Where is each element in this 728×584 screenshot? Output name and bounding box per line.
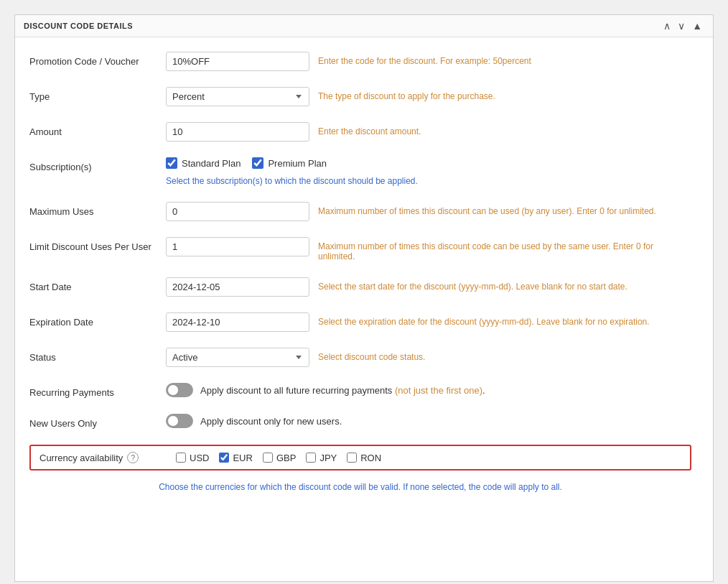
maximum-uses-input[interactable] xyxy=(166,202,309,221)
recurring-hint-emphasis: (not just the first one) xyxy=(395,385,482,396)
currency-jpy-item: JPY xyxy=(306,453,337,463)
maximum-uses-row: Maximum Uses Maximum number of times thi… xyxy=(29,202,691,221)
premium-plan-checkbox[interactable] xyxy=(252,157,263,169)
new-users-only-label: New Users Only xyxy=(29,414,166,429)
expiration-date-row: Expiration Date Select the expiration da… xyxy=(29,312,691,332)
status-label: Status xyxy=(29,348,166,363)
start-date-hint: Select the start date for the discount (… xyxy=(318,277,691,292)
amount-label: Amount xyxy=(29,122,166,137)
recurring-payments-label: Recurring Payments xyxy=(29,383,166,398)
status-hint: Select discount code status. xyxy=(318,348,691,362)
currency-jpy-label[interactable]: JPY xyxy=(319,453,337,463)
recurring-payments-control: Apply discount to all future recurring p… xyxy=(166,383,691,397)
currency-usd-item: USD xyxy=(176,453,209,463)
amount-control: Enter the discount amount. xyxy=(166,122,691,142)
limit-uses-per-user-hint: Maximum number of times this discount co… xyxy=(318,237,691,261)
expand-button[interactable]: ▲ xyxy=(690,21,704,31)
currency-availability-label: Currency availability xyxy=(39,453,123,463)
currency-eur-item: EUR xyxy=(219,453,252,463)
standard-plan-checkbox-item[interactable]: Standard Plan xyxy=(166,157,241,169)
expiration-date-control: Select the expiration date for the disco… xyxy=(166,312,691,332)
amount-hint: Enter the discount amount. xyxy=(318,122,691,136)
currency-eur-checkbox[interactable] xyxy=(219,453,229,463)
type-select[interactable]: Percent Fixed xyxy=(166,87,309,106)
type-row: Type Percent Fixed The type of discount … xyxy=(29,87,691,106)
currency-gbp-label[interactable]: GBP xyxy=(276,453,296,463)
panel-controls: ∧ ∨ ▲ xyxy=(661,21,704,31)
recurring-payments-toggle[interactable] xyxy=(166,383,193,397)
recurring-payments-toggle-row: Apply discount to all future recurring p… xyxy=(166,383,485,397)
type-control: Percent Fixed The type of discount to ap… xyxy=(166,87,691,106)
new-users-only-toggle[interactable] xyxy=(166,414,193,428)
amount-row: Amount Enter the discount amount. xyxy=(29,122,691,142)
maximum-uses-control: Maximum number of times this discount ca… xyxy=(166,202,691,221)
expiration-date-hint: Select the expiration date for the disco… xyxy=(318,312,691,327)
recurring-payments-slider xyxy=(166,383,193,397)
currency-ron-label[interactable]: RON xyxy=(360,453,381,463)
premium-plan-label: Premium Plan xyxy=(268,158,327,169)
subscriptions-hint: Select the subscription(s) to which the … xyxy=(166,176,418,186)
start-date-row: Start Date Select the start date for the… xyxy=(29,277,691,297)
currency-usd-label[interactable]: USD xyxy=(190,453,209,463)
currency-label-area: Currency availability ? xyxy=(39,452,176,463)
promotion-code-control: Enter the code for the discount. For exa… xyxy=(166,52,691,71)
currency-eur-label[interactable]: EUR xyxy=(233,453,252,463)
currency-ron-checkbox[interactable] xyxy=(347,453,357,463)
currency-availability-row: Currency availability ? USD EUR GBP xyxy=(29,445,691,471)
type-hint: The type of discount to apply for the pu… xyxy=(318,87,691,101)
maximum-uses-hint: Maximum number of times this discount ca… xyxy=(318,202,691,216)
panel-body: Promotion Code / Voucher Enter the code … xyxy=(15,37,713,506)
currency-jpy-checkbox[interactable] xyxy=(306,453,316,463)
collapse-down-button[interactable]: ∨ xyxy=(676,21,687,31)
new-users-only-row: New Users Only Apply discount only for n… xyxy=(29,414,691,429)
promotion-code-hint: Enter the code for the discount. For exa… xyxy=(318,52,691,66)
limit-uses-per-user-row: Limit Discount Uses Per User Maximum num… xyxy=(29,237,691,261)
limit-uses-per-user-control: Maximum number of times this discount co… xyxy=(166,237,691,261)
type-label: Type xyxy=(29,87,166,102)
currency-footer-hint: Choose the currencies for which the disc… xyxy=(29,482,691,492)
amount-input[interactable] xyxy=(166,122,309,142)
subscriptions-row: Subscription(s) Standard Plan Premium Pl… xyxy=(29,157,691,186)
limit-uses-per-user-input[interactable] xyxy=(166,237,309,256)
subscriptions-control: Standard Plan Premium Plan Select the su… xyxy=(166,157,691,186)
currency-gbp-item: GBP xyxy=(263,453,296,463)
promotion-code-label: Promotion Code / Voucher xyxy=(29,52,166,67)
new-users-only-control: Apply discount only for new users. xyxy=(166,414,691,428)
expiration-date-input[interactable] xyxy=(166,312,309,332)
recurring-payments-row: Recurring Payments Apply discount to all… xyxy=(29,383,691,398)
new-users-only-text: Apply discount only for new users. xyxy=(200,416,342,427)
new-users-only-slider xyxy=(166,414,193,428)
start-date-input[interactable] xyxy=(166,277,309,297)
start-date-control: Select the start date for the discount (… xyxy=(166,277,691,297)
maximum-uses-label: Maximum Uses xyxy=(29,202,166,217)
subscriptions-area: Standard Plan Premium Plan Select the su… xyxy=(166,157,418,186)
status-control: Active Inactive Select discount code sta… xyxy=(166,348,691,367)
currency-checkboxes: USD EUR GBP JPY RON xyxy=(176,453,381,463)
status-row: Status Active Inactive Select discount c… xyxy=(29,348,691,367)
discount-code-panel: DISCOUNT CODE DETAILS ∧ ∨ ▲ Promotion Co… xyxy=(14,14,714,582)
collapse-up-button[interactable]: ∧ xyxy=(661,21,673,31)
currency-gbp-checkbox[interactable] xyxy=(263,453,273,463)
standard-plan-label: Standard Plan xyxy=(182,158,241,169)
new-users-only-toggle-row: Apply discount only for new users. xyxy=(166,414,342,428)
limit-uses-per-user-label: Limit Discount Uses Per User xyxy=(29,237,166,252)
promotion-code-input[interactable] xyxy=(166,52,309,71)
currency-usd-checkbox[interactable] xyxy=(176,453,186,463)
status-select[interactable]: Active Inactive xyxy=(166,348,309,367)
standard-plan-checkbox[interactable] xyxy=(166,157,177,169)
start-date-label: Start Date xyxy=(29,277,166,292)
subscriptions-label: Subscription(s) xyxy=(29,157,166,172)
expiration-date-label: Expiration Date xyxy=(29,312,166,328)
panel-title: DISCOUNT CODE DETAILS xyxy=(24,22,133,30)
currency-ron-item: RON xyxy=(347,453,381,463)
panel-header: DISCOUNT CODE DETAILS ∧ ∨ ▲ xyxy=(15,15,713,37)
promotion-code-row: Promotion Code / Voucher Enter the code … xyxy=(29,52,691,71)
recurring-payments-text: Apply discount to all future recurring p… xyxy=(200,385,485,396)
premium-plan-checkbox-item[interactable]: Premium Plan xyxy=(252,157,327,169)
help-icon[interactable]: ? xyxy=(127,452,139,463)
subscriptions-checkboxes: Standard Plan Premium Plan xyxy=(166,157,418,169)
